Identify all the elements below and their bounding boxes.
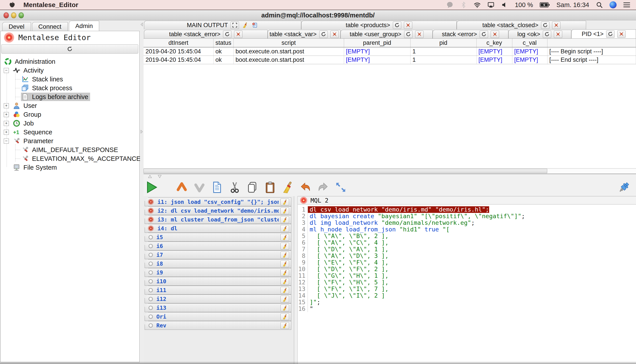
close-tab-button[interactable]	[234, 31, 242, 38]
history-item-i12[interactable]: i12	[145, 294, 291, 303]
plus-expander-icon[interactable]: +	[4, 130, 9, 135]
clean-item-button[interactable]	[280, 234, 289, 241]
clean-item-button[interactable]	[280, 287, 289, 294]
history-item-i8[interactable]: i8	[145, 259, 291, 268]
code-line[interactable]: 16"	[298, 306, 636, 312]
history-item-i3[interactable]: i3: ml cluster load_from_json "cluster..…	[145, 215, 291, 224]
tree-item-file-system[interactable]: File System	[1, 163, 139, 172]
table-row[interactable]: 2019-04-20 15:45:04okboot.execute.on.sta…	[144, 56, 636, 64]
tree-item-parameter[interactable]: −Parameter	[1, 136, 139, 146]
split-divider[interactable]	[140, 20, 144, 364]
history-item-i6[interactable]: i6	[145, 242, 291, 250]
export-output-icon[interactable]	[251, 22, 258, 29]
tree-item-stack-lines[interactable]: Stack lines	[1, 75, 139, 84]
notification-bubble-icon[interactable]	[446, 1, 453, 8]
menu-list-icon[interactable]	[623, 1, 630, 8]
history-item-rev[interactable]: Rev	[145, 321, 291, 330]
tab-log-ok[interactable]: log <ok>	[508, 30, 571, 38]
airplay-icon[interactable]	[487, 1, 494, 8]
code-line[interactable]: 12 [ \"F\", \"H\", 5 ],	[298, 279, 636, 286]
code-line[interactable]: 11 [ \"G\", \"H\", 1 ],	[298, 272, 636, 279]
bottom-split-divider[interactable]	[294, 196, 298, 364]
clean-item-button[interactable]	[280, 313, 289, 320]
paste-button[interactable]	[264, 181, 276, 194]
clean-item-button[interactable]	[280, 252, 289, 258]
clean-button[interactable]	[282, 181, 294, 194]
column-header-script[interactable]: script	[233, 38, 344, 47]
bluetooth-icon[interactable]	[460, 1, 467, 8]
clean-item-button[interactable]	[280, 322, 289, 329]
editor-tab[interactable]: MQL 2	[298, 196, 636, 204]
code-line[interactable]: 14 [ \"J\", \"I\", 2 ]	[298, 292, 636, 299]
tree-item-stack-process[interactable]: Stack process	[1, 84, 139, 92]
history-item-i1[interactable]: i1: json load "csv_config" "{}"; json ..…	[145, 198, 291, 206]
clean-item-button[interactable]	[280, 304, 289, 311]
tab-admin[interactable]: Admin	[69, 21, 99, 31]
horizontal-scrollbar[interactable]	[144, 168, 636, 174]
refresh-tab-button[interactable]	[404, 31, 413, 38]
clean-item-button[interactable]	[280, 260, 289, 267]
splitter-up-icon[interactable]	[148, 175, 152, 178]
scrollbar-thumb[interactable]	[144, 169, 547, 173]
tree-item-job[interactable]: +Job	[1, 119, 139, 128]
refresh-tab-button[interactable]	[223, 31, 231, 38]
column-header-c-val[interactable]: c_val	[512, 38, 547, 47]
clean-item-button[interactable]	[280, 207, 289, 214]
tab-table-stack-closed[interactable]: table <stack_closed>	[457, 21, 586, 29]
refresh-tab-button[interactable]	[543, 31, 551, 38]
code-line[interactable]: 4ml h_node load_from_json "hid1" true "[	[298, 226, 636, 233]
connector-icon[interactable]	[617, 181, 631, 194]
run-button[interactable]	[145, 181, 158, 194]
tree-item-sequence[interactable]: ++1Sequence	[1, 128, 139, 136]
splitter-down-icon[interactable]	[158, 175, 162, 178]
collapse-right-icon[interactable]	[140, 130, 143, 134]
move-down-button[interactable]	[193, 181, 205, 194]
tab-table-stack-var[interactable]: table <stack_var>	[268, 30, 341, 38]
tab-table-stack-error[interactable]: table <stack_error>	[144, 30, 268, 38]
code-line[interactable]: 13 [ \"F\", \"I\", 7 ],	[298, 286, 636, 292]
code-line[interactable]: 1dl csv load_network "demo/iris.md" "dem…	[298, 206, 636, 213]
refresh-tab-button[interactable]	[393, 22, 401, 29]
close-tab-button[interactable]	[552, 22, 560, 29]
tree-item-group[interactable]: +Group	[1, 110, 139, 119]
clean-item-button[interactable]	[280, 269, 289, 276]
close-tab-button[interactable]	[554, 31, 562, 38]
wifi-icon[interactable]	[474, 1, 481, 8]
close-tab-button[interactable]	[330, 31, 339, 38]
code-line[interactable]: 3dl img load_network "demo/animals/netwo…	[298, 220, 636, 226]
battery-icon[interactable]	[540, 1, 550, 8]
code-area[interactable]: 1dl csv load_network "demo/iris.md" "dem…	[298, 205, 636, 364]
history-item-i13[interactable]: i13	[145, 303, 291, 312]
tree-item-user[interactable]: +User	[1, 101, 139, 110]
move-up-button[interactable]	[176, 181, 188, 194]
column-header-blank[interactable]	[547, 38, 636, 47]
column-header-dtinsert[interactable]: dtInsert	[144, 38, 213, 47]
close-tab-button[interactable]	[617, 30, 626, 38]
collapse-left-icon[interactable]	[140, 22, 143, 26]
undo-button[interactable]	[299, 181, 311, 194]
column-header-parent-pid[interactable]: parent_pid	[344, 38, 410, 47]
tree-item-logs-before-archive[interactable]: Logs before archive	[1, 92, 139, 101]
history-item-i10[interactable]: i10	[145, 277, 291, 286]
cut-button[interactable]	[229, 181, 241, 194]
close-tab-button[interactable]	[415, 31, 424, 38]
tab-table-products[interactable]: table <products>	[301, 21, 457, 29]
menu-clock[interactable]: Sam. 16:34	[556, 1, 589, 8]
tree-item-activity[interactable]: −Activity	[1, 66, 139, 75]
code-line[interactable]: 10 [ \"D\", \"F\", 2 ],	[298, 266, 636, 272]
close-tab-button[interactable]	[491, 31, 499, 38]
refresh-tab-button[interactable]	[606, 30, 614, 38]
tab-table-user-group[interactable]: table <user_group>	[341, 30, 433, 38]
plus-expander-icon[interactable]: +	[4, 121, 9, 126]
refresh-tree-button[interactable]	[1, 44, 138, 54]
clean-item-button[interactable]	[280, 278, 289, 285]
redo-button[interactable]	[317, 181, 329, 194]
code-line[interactable]: 8 [ \"A\", \"D\", 3 ],	[298, 252, 636, 259]
code-line[interactable]: 9 [ \"E\", \"F\", 4 ],	[298, 259, 636, 266]
clean-item-button[interactable]	[280, 198, 289, 206]
clean-item-button[interactable]	[280, 216, 289, 223]
tree-item-elevation-max-acceptance[interactable]: ELEVATION_MAX_%_ACCEPTANCE	[1, 154, 139, 163]
new-script-button[interactable]	[211, 181, 223, 194]
history-item-i7[interactable]: i7	[145, 250, 291, 259]
spotlight-search-icon[interactable]	[596, 1, 603, 8]
